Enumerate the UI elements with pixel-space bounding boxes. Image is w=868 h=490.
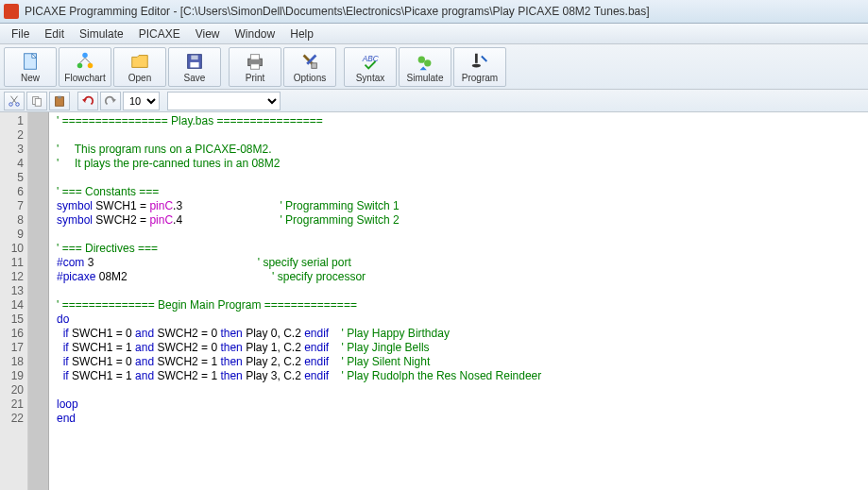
menu-view[interactable]: View xyxy=(188,25,228,42)
menu-help[interactable]: Help xyxy=(282,25,321,42)
simulate-button[interactable]: Simulate xyxy=(399,47,451,87)
options-icon xyxy=(299,51,320,72)
main-toolbar: New Flowchart Open Save Print Options AB… xyxy=(0,44,868,90)
app-icon xyxy=(4,4,19,19)
code-area[interactable]: ' ================ Play.bas ============… xyxy=(49,112,868,490)
svg-rect-12 xyxy=(250,63,259,69)
svg-rect-29 xyxy=(58,95,61,98)
new-button[interactable]: New xyxy=(4,47,57,87)
zoom-select[interactable]: 10 xyxy=(123,92,160,110)
cut-button[interactable] xyxy=(4,92,25,110)
syntax-icon: ABC xyxy=(360,51,381,72)
svg-rect-15 xyxy=(312,62,317,68)
menu-window[interactable]: Window xyxy=(228,25,283,42)
menu-simulate[interactable]: Simulate xyxy=(72,25,131,42)
options-button[interactable]: Options xyxy=(283,47,336,87)
svg-rect-8 xyxy=(190,61,198,67)
menu-edit[interactable]: Edit xyxy=(37,25,72,42)
syntax-button[interactable]: ABC Syntax xyxy=(344,47,397,87)
cut-icon xyxy=(8,94,21,108)
new-icon xyxy=(20,51,41,72)
menu-bar: File Edit Simulate PICAXE View Window He… xyxy=(0,24,868,44)
open-button[interactable]: Open xyxy=(113,47,166,87)
copy-icon xyxy=(30,94,43,108)
combo-select[interactable] xyxy=(167,92,281,110)
svg-point-20 xyxy=(472,63,481,67)
open-icon xyxy=(129,51,150,72)
svg-rect-9 xyxy=(191,55,197,59)
paste-button[interactable] xyxy=(49,92,70,110)
undo-icon xyxy=(81,94,94,108)
svg-point-22 xyxy=(9,102,13,106)
secondary-toolbar: 10 xyxy=(0,90,868,112)
paste-icon xyxy=(53,94,66,108)
print-button[interactable]: Print xyxy=(229,47,281,87)
svg-rect-27 xyxy=(35,98,41,106)
flowchart-button[interactable]: Flowchart xyxy=(59,47,111,87)
svg-point-23 xyxy=(16,102,20,106)
code-editor[interactable]: 12345678910111213141516171819202122 ' ==… xyxy=(0,112,868,490)
window-title: PICAXE Programming Editor - [C:\Users\Si… xyxy=(25,5,650,18)
save-button[interactable]: Save xyxy=(168,47,221,87)
svg-point-3 xyxy=(77,62,83,68)
svg-point-18 xyxy=(424,59,431,66)
menu-picaxe[interactable]: PICAXE xyxy=(131,25,188,42)
svg-line-5 xyxy=(80,58,86,63)
redo-button[interactable] xyxy=(100,92,121,110)
svg-rect-11 xyxy=(250,54,259,59)
program-icon xyxy=(469,51,490,72)
title-bar: PICAXE Programming Editor - [C:\Users\Si… xyxy=(0,0,868,24)
undo-button[interactable] xyxy=(77,92,98,110)
margin-bar xyxy=(28,112,49,490)
svg-point-17 xyxy=(418,56,425,62)
save-icon xyxy=(184,51,205,72)
flowchart-icon xyxy=(75,51,95,72)
svg-point-2 xyxy=(82,52,88,58)
svg-line-6 xyxy=(85,58,91,63)
line-gutter: 12345678910111213141516171819202122 xyxy=(0,112,28,490)
copy-button[interactable] xyxy=(26,92,47,110)
simulate-icon xyxy=(415,51,435,72)
redo-icon xyxy=(104,94,117,108)
menu-file[interactable]: File xyxy=(4,25,37,42)
svg-line-21 xyxy=(482,56,486,61)
svg-point-4 xyxy=(88,62,94,68)
print-icon xyxy=(245,51,265,72)
program-button[interactable]: Program xyxy=(453,47,506,87)
